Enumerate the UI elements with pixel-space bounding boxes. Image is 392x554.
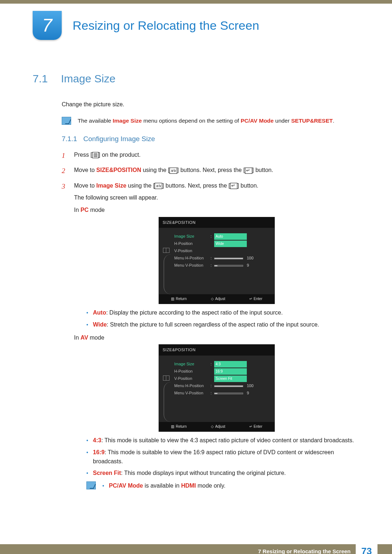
chapter-number-tab: 7	[33, 11, 62, 40]
step-body: Move to SIZE&POSITION using the [] butto…	[74, 165, 359, 176]
osd-title: SIZE&POSITION	[159, 217, 274, 228]
pc-bullets: Auto: Display the picture according to t…	[86, 308, 359, 329]
footer-chapter: 7 Resizing or Relocating the Screen	[258, 548, 356, 554]
step-1: 1 Press [] on the product.	[62, 150, 359, 161]
updown-icon	[155, 183, 162, 189]
menu-icon	[92, 152, 99, 158]
osd-slider	[214, 393, 243, 394]
section-intro: Change the picture size.	[62, 101, 359, 108]
page-footer: 7 Resizing or Relocating the Screen 73	[0, 544, 392, 554]
step-number: 1	[62, 150, 68, 161]
osd-slider	[214, 258, 243, 259]
bullet-screen-fit: Screen Fit: This mode displays input wit…	[86, 469, 359, 478]
top-bar	[0, 0, 392, 4]
note-text: The available Image Size menu options de…	[78, 117, 334, 125]
section-title: Image Size	[61, 73, 115, 85]
subsection-title: Configuring Image Size	[83, 135, 155, 143]
osd-footer: Return Adjust Enter	[159, 422, 274, 431]
step-number: 3	[62, 181, 68, 504]
subsection-heading: 7.1.1 Configuring Image Size	[62, 135, 359, 143]
osd-title: SIZE&POSITION	[159, 345, 274, 356]
note-box-2: PC/AV Mode is available in HDMI mode onl…	[86, 481, 359, 493]
enter-icon	[230, 183, 237, 189]
osd-screenshot-pc: SIZE&POSITION Image Size:Auto H-Position…	[159, 217, 275, 304]
section-number: 7.1	[33, 73, 51, 85]
page-content: 7.1 Image Size Change the picture size. …	[0, 40, 392, 522]
osd-screenshot-av: SIZE&POSITION Image Size:4:3 H-Position1…	[159, 344, 275, 432]
osd-footer: Return Adjust Enter	[159, 294, 274, 304]
note-icon	[62, 117, 71, 125]
bullet-wide: Wide: Stretch the picture to full screen…	[86, 320, 359, 329]
av-bullets: 4:3: This mode is suitable to view the 4…	[86, 436, 359, 478]
bullet-4-3: 4:3: This mode is suitable to view the 4…	[86, 436, 359, 445]
chapter-title: Resizing or Relocating the Screen	[73, 19, 259, 33]
chapter-header: 7 Resizing or Relocating the Screen	[0, 4, 392, 40]
note-box-1: The available Image Size menu options de…	[62, 117, 359, 125]
step-2: 2 Move to SIZE&POSITION using the [] but…	[62, 165, 359, 176]
note-bullet: PC/AV Mode is available in HDMI mode onl…	[102, 481, 225, 491]
subsection-number: 7.1.1	[62, 135, 77, 143]
bullet-auto: Auto: Display the picture according to t…	[86, 308, 359, 317]
enter-icon	[245, 168, 252, 174]
osd-slider	[214, 265, 243, 267]
osd-position-icon	[163, 248, 170, 253]
step-body: Move to Image Size using the [] buttons.…	[74, 181, 359, 504]
note-icon	[86, 481, 96, 489]
step-number: 2	[62, 165, 68, 176]
step-body: Press [] on the product.	[74, 150, 359, 161]
updown-icon	[170, 168, 177, 174]
mode-label-pc: In PC mode	[74, 205, 359, 215]
step-appear: The following screen will appear.	[74, 193, 359, 202]
bullet-16-9: 16:9: This mode is suitable to view the …	[86, 448, 359, 466]
step-3: 3 Move to Image Size using the [] button…	[62, 181, 359, 504]
mode-label-av: In AV mode	[74, 333, 359, 342]
section-heading: 7.1 Image Size	[33, 73, 359, 85]
osd-position-icon	[163, 376, 170, 381]
footer-page-number: 73	[356, 544, 377, 554]
steps-list: 1 Press [] on the product. 2 Move to SIZ…	[62, 150, 359, 504]
osd-slider	[214, 385, 243, 387]
